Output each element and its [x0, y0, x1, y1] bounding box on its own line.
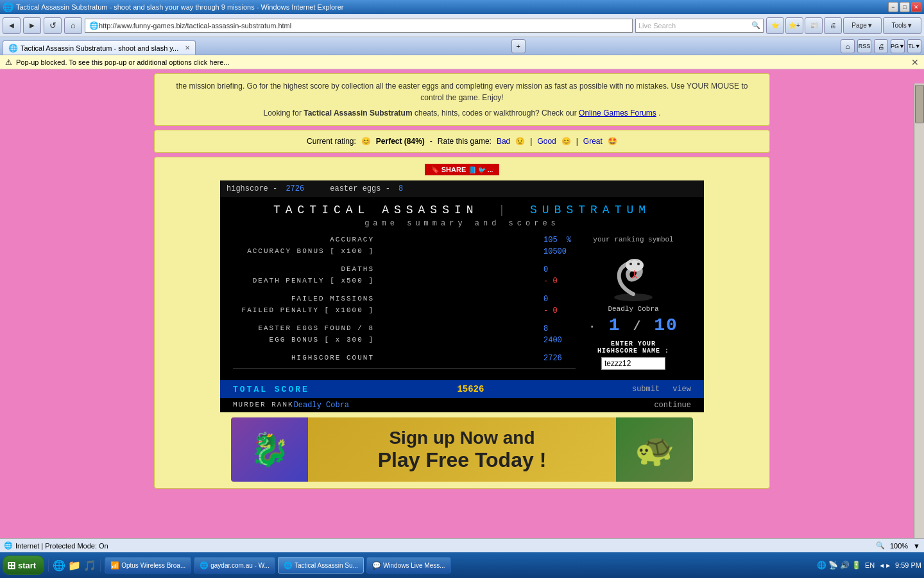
deaths-label: DEATHS [233, 265, 374, 274]
zoom-chevron[interactable]: ▼ [913, 542, 920, 550]
ad-text: Sign up Now and Play Free Today ! [378, 428, 547, 472]
start-label: start [18, 561, 36, 570]
current-rating-label: Current rating: [307, 137, 356, 146]
ie-status-bar: 🌐 Internet | Protected Mode: On 🔍 100% ▼ [0, 538, 924, 552]
tools-button[interactable]: Tools▼ [883, 17, 921, 34]
ad-banner[interactable]: 🐉 Sign up Now and Play Free Today ! 🐢 [231, 417, 693, 482]
ad-line1: Sign up Now and [378, 428, 547, 448]
easter-eggs-found-label: EASTER EGGS FOUND / 8 [233, 324, 374, 333]
popup-blocked-bar: ⚠ Pop-up blocked. To see this pop-up or … [0, 55, 924, 69]
forums-link[interactable]: Online Games Forums [579, 109, 656, 118]
view-button[interactable]: view [672, 385, 691, 394]
continue-button[interactable]: continue [654, 401, 691, 410]
start-button[interactable]: ⊞ start [3, 556, 44, 575]
scrollbar[interactable] [914, 83, 924, 560]
search-bar[interactable]: Live Search 🔍 [635, 19, 764, 33]
cobra-image [601, 246, 665, 304]
game-screen: highscore - 2726 easter eggs - 8 TACTICA… [220, 180, 704, 412]
taskbar-btn-gaydar[interactable]: 🌐 gaydar.com.au - W... [194, 557, 275, 574]
game-body: ACCURACY 105 % ACCURACY BONUS [ x100 ] 1… [220, 236, 704, 380]
home-tab-button[interactable]: ⌂ [841, 39, 855, 53]
popup-text[interactable]: Pop-up blocked. To see this pop-up or ad… [16, 58, 229, 66]
game-right-panel: your ranking symbol [576, 236, 691, 374]
close-button[interactable]: ✕ [911, 2, 921, 12]
ad-line2: Play Free Today ! [378, 448, 547, 472]
failed-missions-label: FAILED MISSIONS [233, 295, 374, 304]
highscore-value: 2726 [286, 184, 304, 193]
tray-lang: EN [865, 561, 875, 569]
print-tab-button[interactable]: 🖨 [874, 39, 888, 53]
page-button[interactable]: Page▼ [843, 17, 882, 34]
quick-launch-ie[interactable]: 🌐 [53, 559, 65, 572]
taskbar-right: 🌐 📡 🔊 🔋 EN ◄► 9:59 PM [817, 561, 921, 570]
pipe1: | [530, 137, 532, 146]
scrollbar-thumb[interactable] [915, 85, 924, 123]
easter-eggs-found-value: 8 [537, 324, 576, 333]
svg-point-2 [629, 263, 632, 265]
taskbar-btn-tactical[interactable]: 🌐 Tactical Assassin Su... [278, 557, 364, 574]
minimize-button[interactable]: − [888, 2, 898, 12]
pipe2: | [576, 137, 578, 146]
forward-button[interactable]: ► [23, 17, 41, 34]
quick-launch-folder[interactable]: 📁 [68, 559, 81, 572]
taskbar-sep-1 [48, 559, 49, 572]
ie-small-icon: 🌐 [89, 21, 99, 30]
search-icon[interactable]: 🔍 [751, 21, 760, 30]
rank-num: 1 [609, 315, 621, 335]
maximize-button[interactable]: □ [900, 2, 910, 12]
stat-row-failed-penalty: FAILED PENALTY [ x1000 ] - 0 [233, 306, 576, 315]
back-button[interactable]: ◄ [3, 17, 21, 34]
live-search-text: Live Search [638, 22, 676, 30]
rank-score: · 1 / 10 [576, 315, 691, 335]
highscore-label: highscore - 2726 [227, 184, 304, 193]
address-field[interactable]: 🌐 http://www.funny-games.biz/tactical-as… [85, 19, 633, 33]
popup-close-icon[interactable]: ✕ [911, 57, 919, 67]
share-bar: 🔖 SHARE 📘 🐦 ... [161, 164, 763, 175]
browser-tab[interactable]: 🌐 Tactical Assassin Substratum - shoot a… [3, 40, 196, 55]
good-link[interactable]: Good [537, 137, 556, 146]
murder-rank-label: MURDER RANK [233, 401, 294, 410]
new-tab-button[interactable]: + [511, 39, 526, 53]
substratum-text: SUBSTRATUM [530, 204, 651, 216]
tools-tab-button[interactable]: TL▼ [907, 39, 921, 53]
page-tab-button[interactable]: PG▼ [891, 39, 905, 53]
share-social-icons: 📘 🐦 ... [468, 166, 493, 173]
stat-row-easter-eggs: EASTER EGGS FOUND / 8 8 [233, 324, 576, 333]
share-button[interactable]: 🔖 SHARE 📘 🐦 ... [425, 164, 499, 175]
cobra-svg [601, 246, 665, 304]
acc-bonus-value: 10500 [537, 247, 576, 256]
great-link[interactable]: Great [583, 137, 603, 146]
submit-view-buttons: submit view [632, 385, 691, 394]
submit-button[interactable]: submit [632, 385, 660, 394]
taskbar-btn-messenger[interactable]: 💬 Windows Live Mess... [366, 557, 451, 574]
death-penalty-label: DEATH PENATLY [ x500 ] [233, 277, 374, 286]
home-button[interactable]: ⌂ [64, 17, 82, 34]
tray-arrows: ◄► [878, 562, 891, 569]
add-favorites-button[interactable]: ⭐+ [785, 17, 803, 34]
rss-button[interactable]: RSS [857, 39, 871, 53]
url-text: http://www.funny-games.biz/tactical-assa… [99, 22, 291, 30]
failed-penalty-value: - 0 [537, 306, 576, 315]
tab-icon: 🌐 [8, 44, 18, 53]
tab-close-icon[interactable]: ✕ [185, 44, 190, 51]
refresh-button[interactable]: ↺ [44, 17, 62, 34]
highscore-name-input[interactable] [601, 357, 665, 370]
svg-point-3 [637, 263, 640, 265]
favorites-button[interactable]: ⭐ [766, 17, 784, 34]
toolbar-buttons: ⭐ ⭐+ 📰 🖨 Page▼ Tools▼ [766, 17, 921, 34]
quick-launch-media[interactable]: 🎵 [83, 559, 96, 572]
acc-bonus-label: ACCURACY BONUS [ x100 ] [233, 247, 374, 256]
taskbar-btn-optus[interactable]: 📶 Optus Wireless Broa... [105, 557, 191, 574]
tray-sound-icon: 🔊 [840, 561, 850, 570]
ranking-symbol-label: your ranking symbol [576, 236, 691, 243]
bad-link[interactable]: Bad [497, 137, 510, 146]
egg-bonus-value: 2400 [537, 336, 576, 345]
divider-line [233, 368, 576, 369]
print-button[interactable]: 🖨 [824, 17, 842, 34]
taskbar-sep-2 [100, 559, 101, 572]
ie-logo: 🌐 [3, 2, 13, 12]
tray-network-icon: 📡 [828, 561, 838, 570]
tools-feed-button[interactable]: 📰 [805, 17, 823, 34]
ad-turtle-right: 🐢 [616, 417, 693, 482]
title-bar: 🌐 Tactical Assassin Substratum - shoot a… [0, 0, 924, 14]
